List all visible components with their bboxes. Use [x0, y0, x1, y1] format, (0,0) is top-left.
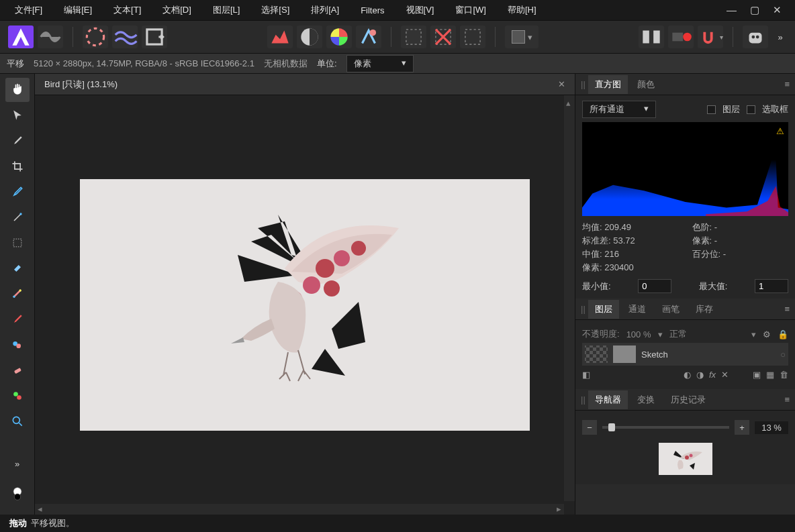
- crop-layer-icon[interactable]: ✕: [721, 370, 729, 380]
- tab-color[interactable]: 颜色: [630, 75, 661, 94]
- swatch-icon[interactable]: ▾: [505, 25, 539, 48]
- zoom-in-button[interactable]: +: [735, 420, 749, 435]
- waves-icon[interactable]: [112, 25, 138, 48]
- zoom-value[interactable]: 13 %: [755, 421, 788, 434]
- tab-channels[interactable]: 通道: [622, 300, 653, 319]
- fx-icon[interactable]: fx: [709, 370, 716, 380]
- maximize-icon[interactable]: ▢: [750, 4, 759, 16]
- tab-brushes[interactable]: 画笔: [655, 300, 686, 319]
- document-tab[interactable]: Bird [只读] (13.1%) ✕: [35, 74, 575, 95]
- flood-tool-icon[interactable]: [5, 256, 30, 280]
- panel-menu-icon[interactable]: ≡: [784, 79, 790, 89]
- filter-layer-icon[interactable]: ◑: [696, 370, 704, 380]
- svg-point-17: [13, 296, 15, 298]
- blend-mode[interactable]: 正常: [669, 328, 687, 340]
- crop-export-icon[interactable]: [142, 25, 167, 48]
- menu-view[interactable]: 视图[V]: [397, 1, 444, 19]
- tab-transform[interactable]: 变换: [630, 390, 661, 409]
- svg-point-18: [19, 289, 21, 291]
- gear-icon[interactable]: ⚙: [763, 329, 771, 339]
- menu-text[interactable]: 文本[T]: [104, 1, 150, 19]
- brush-tool-icon[interactable]: [5, 129, 30, 153]
- tab-stock[interactable]: 库存: [689, 300, 720, 319]
- gradient-tool-icon[interactable]: [5, 282, 30, 306]
- menu-window[interactable]: 窗口[W]: [446, 1, 496, 19]
- tab-layers[interactable]: 图层: [588, 300, 619, 319]
- assistant-icon[interactable]: [743, 25, 768, 48]
- menu-file[interactable]: 文件[F]: [5, 1, 52, 19]
- selection-none-icon[interactable]: [430, 25, 456, 48]
- min-input[interactable]: [638, 279, 671, 293]
- selection-checkbox[interactable]: [747, 105, 755, 114]
- menu-arrange[interactable]: 排列[A]: [301, 1, 348, 19]
- clone-tool-icon[interactable]: [5, 384, 30, 408]
- context-bar: 平移 5120 × 2880px, 14.75MP, RGBA/8 - sRGB…: [0, 54, 795, 74]
- record-icon[interactable]: [668, 25, 694, 48]
- align-icon[interactable]: [639, 25, 664, 48]
- close-icon[interactable]: ✕: [773, 4, 782, 16]
- panel-menu-icon[interactable]: ≡: [784, 394, 790, 405]
- max-input[interactable]: [755, 279, 788, 293]
- menu-edit[interactable]: 编辑[E]: [54, 1, 101, 19]
- visibility-icon[interactable]: ○: [780, 350, 786, 360]
- tab-histogram[interactable]: 直方图: [588, 75, 628, 94]
- mixer-tool-icon[interactable]: [5, 333, 30, 357]
- layer-item[interactable]: Sketch ○: [582, 343, 788, 366]
- picker-tool-icon[interactable]: [5, 180, 30, 204]
- layer-cb-label: 图层: [722, 103, 740, 115]
- menu-help[interactable]: 帮助[H]: [498, 1, 546, 19]
- persona-liquify-icon[interactable]: [38, 25, 63, 48]
- autocolor-icon[interactable]: [356, 25, 381, 48]
- menu-document[interactable]: 文档[D]: [153, 1, 201, 19]
- navigator-preview[interactable]: [659, 443, 712, 475]
- zoom-tool-icon[interactable]: [5, 409, 30, 433]
- scrollbar-horizontal[interactable]: ◂▸: [35, 504, 564, 515]
- tab-close-icon[interactable]: ✕: [558, 79, 565, 89]
- opacity-label: 不透明度:: [582, 328, 620, 340]
- color-wheel-icon[interactable]: [326, 25, 352, 48]
- menu-filters[interactable]: Filters: [351, 3, 393, 18]
- crop-tool-icon[interactable]: [5, 154, 30, 178]
- menu-layer[interactable]: 图层[L]: [203, 1, 249, 19]
- more-icon[interactable]: »: [774, 25, 787, 48]
- snap-icon[interactable]: ▾: [698, 25, 723, 48]
- tab-navigator[interactable]: 导航器: [588, 390, 628, 409]
- adjustment-layer-icon[interactable]: ◐: [684, 370, 691, 380]
- svg-point-30: [303, 276, 320, 294]
- app-logo-icon[interactable]: [8, 25, 34, 48]
- opacity-value[interactable]: 100 %: [626, 329, 651, 339]
- menu-select[interactable]: 选择[S]: [252, 1, 299, 19]
- panel-menu-icon[interactable]: ≡: [784, 304, 790, 314]
- canvas[interactable]: ▴ ◂▸: [35, 95, 575, 515]
- selection-invert-icon[interactable]: [460, 25, 485, 48]
- erase-tool-icon[interactable]: [5, 358, 30, 382]
- min-label: 最小值:: [582, 280, 611, 292]
- group-icon[interactable]: ▦: [766, 370, 774, 380]
- add-layer-icon[interactable]: ▣: [753, 370, 761, 380]
- contrast-icon[interactable]: [297, 25, 322, 48]
- delete-layer-icon[interactable]: 🗑: [780, 370, 788, 380]
- layer-checkbox[interactable]: [707, 105, 716, 114]
- lock-icon[interactable]: 🔒: [778, 329, 788, 339]
- document-title: Bird [只读] (13.1%): [44, 78, 118, 91]
- more-tools-icon[interactable]: »: [5, 451, 30, 476]
- marquee-tool-icon[interactable]: [5, 231, 30, 255]
- wand-tool-icon[interactable]: [5, 205, 30, 229]
- minimize-icon[interactable]: —: [727, 4, 737, 16]
- zoom-slider[interactable]: [602, 426, 729, 429]
- zoom-out-button[interactable]: −: [582, 420, 597, 435]
- tab-history[interactable]: 历史记录: [664, 390, 712, 409]
- mask-icon[interactable]: ◧: [582, 370, 590, 380]
- channel-dropdown[interactable]: 所有通道▾: [582, 101, 656, 118]
- adjustment-icon[interactable]: [83, 25, 108, 48]
- svg-point-27: [316, 259, 334, 278]
- levels-icon[interactable]: [267, 25, 293, 48]
- color-swatch-icon[interactable]: [5, 477, 30, 511]
- paint-tool-icon[interactable]: [5, 307, 30, 331]
- move-tool-icon[interactable]: [5, 103, 30, 127]
- selection-grid-icon[interactable]: [401, 25, 426, 48]
- hand-tool-icon[interactable]: [5, 78, 30, 102]
- scrollbar-vertical[interactable]: ▴: [564, 95, 575, 501]
- svg-point-23: [17, 395, 21, 400]
- unit-dropdown[interactable]: 像素▾: [346, 55, 414, 72]
